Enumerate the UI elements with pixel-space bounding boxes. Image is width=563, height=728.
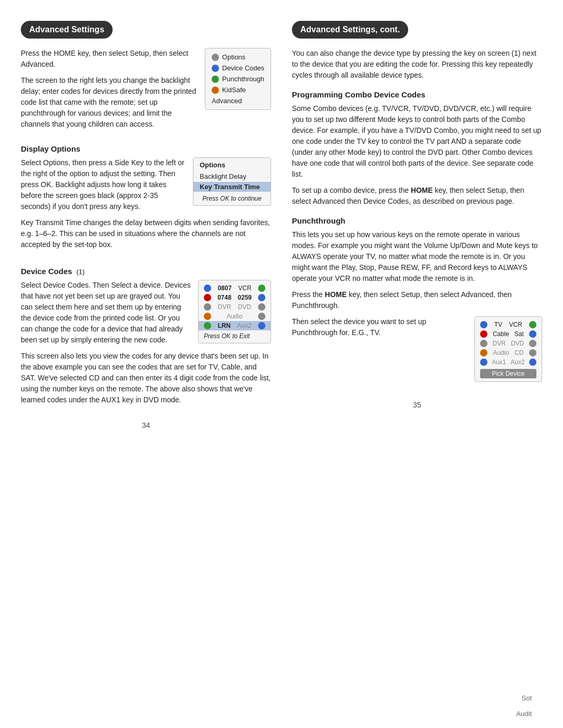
backlight-menu: Options Backlight Delay Key Transmit Tim… [193, 157, 271, 206]
dvr-icon [204, 303, 211, 311]
menu-item-punchthrough[interactable]: Punchthrough [212, 73, 264, 84]
right-page-number: 35 [292, 401, 542, 409]
combo-text1: Some Combo devices (e.g. TV/VCR, TV/DVD,… [292, 103, 542, 180]
audio-right-icon [258, 313, 265, 320]
punchthrough-icon [212, 76, 219, 83]
device-codes-table: 0807 VCR 0748 0259 DVR DVD [198, 280, 271, 343]
menu-item-kidsafe[interactable]: KidSafe [212, 84, 264, 95]
pt-dvr-icon [480, 340, 487, 347]
right-intro: You can also change the device type by p… [292, 48, 542, 81]
display-options-title: Display Options [21, 144, 271, 153]
pt-aux2-icon [529, 359, 536, 366]
key-transmit-item[interactable]: Key Transmit Time [193, 182, 271, 192]
device-row-audio: Audio [204, 312, 265, 321]
audit-label: Audit [516, 710, 532, 718]
lrn-icon [204, 322, 211, 329]
left-column: Advanced Settings Options Device Codes P… [21, 21, 271, 429]
pt-aux1-icon [480, 359, 487, 366]
tv-icon [204, 285, 211, 292]
device-codes-number: (1) [76, 268, 84, 276]
menu-item-advanced[interactable]: Advanced [212, 95, 264, 106]
device-codes-title: Device Codes [21, 267, 72, 276]
pt-cd-icon [529, 349, 536, 356]
punchthrough-row-audio: Audio CD [480, 348, 536, 357]
press-ok-exit: Press OK to Exit [204, 332, 265, 340]
press-ok-continue: Press OK to continue [200, 195, 264, 202]
punchthrough-title: Punchthrough [292, 216, 542, 225]
punchthrough-row-cable: Cable Sat [480, 329, 536, 339]
punchthrough-row-tv: TV VCR [480, 320, 536, 329]
right-column: Advanced Settings, cont. You can also ch… [292, 21, 542, 429]
pt-audio-icon [480, 349, 487, 356]
dvd-icon [258, 303, 265, 311]
cable-icon [204, 294, 211, 301]
device-row-vcr: 0807 VCR [204, 283, 265, 293]
pt-cable-icon [480, 330, 487, 338]
combo-text2: To set up a combo device, press the HOME… [292, 185, 542, 207]
punchthrough-table: TV VCR Cable Sat DVR DVD [474, 316, 542, 382]
device-codes-text2: This screen also lets you view the codes… [21, 351, 271, 405]
backlight-menu-title: Options [200, 161, 264, 169]
pt-dvd-icon [529, 340, 536, 347]
left-section-header: Advanced Settings [21, 21, 113, 39]
device-row-lrn[interactable]: LRN Aux2 [199, 321, 271, 330]
device-row-codes: 0748 0259 [204, 293, 265, 302]
pt-vcr-icon [529, 321, 536, 328]
kidsafe-icon [212, 87, 219, 94]
menu-item-options[interactable]: Options [212, 52, 264, 63]
device-row-dvr: DVR DVD [204, 302, 265, 312]
gear-icon [212, 54, 219, 61]
menu-item-device-codes[interactable]: Device Codes [212, 63, 264, 73]
key-transmit-text: Key Transmit Time changes the delay betw… [21, 217, 271, 250]
backlight-delay-item[interactable]: Backlight Delay [200, 171, 264, 182]
punchthrough-text2: Press the HOME key, then select Setup, t… [292, 289, 542, 311]
aux2-icon [258, 322, 265, 329]
pick-device-button[interactable]: Pick Device [480, 369, 536, 378]
punchthrough-row-aux: Aux1 Aux2 [480, 357, 536, 367]
right-section-header: Advanced Settings, cont. [292, 21, 408, 39]
sat-icon [258, 294, 265, 301]
audio-icon [204, 313, 211, 320]
punchthrough-text1: This lets you set up how various keys on… [292, 229, 542, 284]
pt-tv-icon [480, 321, 487, 328]
options-menu: Options Device Codes Punchthrough KidSaf… [205, 48, 271, 110]
vcr-icon [258, 285, 265, 292]
sot-label: Sot [521, 694, 532, 702]
combo-title: Programming Combo Device Codes [292, 90, 542, 99]
left-page-number: 34 [21, 421, 271, 429]
device-codes-icon [212, 65, 219, 72]
pt-sat-icon [529, 330, 536, 338]
punchthrough-row-dvr: DVR DVD [480, 339, 536, 348]
